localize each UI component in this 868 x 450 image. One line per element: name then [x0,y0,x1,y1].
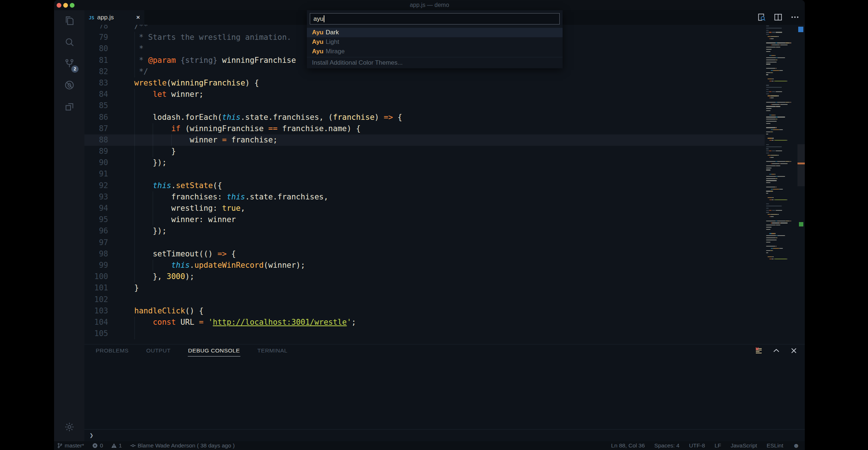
split-editor-icon[interactable] [773,12,783,22]
line-number[interactable]: 105 [84,328,116,339]
code-line-84[interactable]: 84 let winner; [84,89,765,100]
status-item-ln-88-col-36[interactable]: Ln 88, Col 36 [611,442,645,449]
quick-pick-item-ayu-dark[interactable]: AyuDark [307,28,563,37]
line-number[interactable]: 95 [84,214,116,225]
code-line-93[interactable]: 93 franchises: this.state.franchises, [84,191,765,203]
debug-console-input[interactable]: ❯ [84,429,805,441]
clear-console-icon[interactable] [754,346,763,355]
indent-guide [134,32,135,43]
gear-activity-button[interactable] [54,417,84,438]
line-number[interactable]: 80 [84,43,116,54]
item-label: Light [326,38,339,46]
debug-activity-button[interactable] [54,75,84,96]
extensions-activity-button[interactable] [54,96,84,118]
status-item-lf[interactable]: LF [715,442,721,449]
code-line-98[interactable]: 98 setTimeout(() => { [84,248,765,260]
code-line-88[interactable]: 88 winner = franchise; [84,134,765,146]
panel-tab-problems[interactable]: PROBLEMS [95,346,129,356]
scrollbar[interactable] [797,25,805,344]
quick-pick-item-ayu-light[interactable]: AyuLight [307,37,563,47]
status-item-blame-wade-anderson-38-days-ago[interactable]: Blame Wade Anderson ( 38 days ago ) [130,442,235,449]
code-line-92[interactable]: 92 this.setState({ [84,180,765,191]
line-number[interactable]: 93 [84,191,116,203]
match-highlight: Ayu [312,29,324,36]
line-number[interactable]: 89 [84,146,116,157]
indent-guide [134,123,135,134]
close-panel-icon[interactable] [789,346,798,355]
open-preview-icon[interactable] [757,12,766,22]
status-label: Blame Wade Anderson ( 38 days ago ) [138,442,235,449]
line-number[interactable]: 85 [84,100,116,111]
status-item-javascript[interactable]: JavaScript [731,442,757,449]
more-actions-icon[interactable] [790,12,800,22]
minimap[interactable] [765,26,797,267]
status-item-master[interactable]: master* [57,442,84,449]
code-line-102[interactable]: 102 [84,294,765,305]
line-number[interactable]: 104 [84,317,116,328]
line-number[interactable]: 86 [84,112,116,123]
status-item-utf-8[interactable]: UTF-8 [689,442,705,449]
quick-pick-input[interactable]: ayu [310,13,560,24]
panel-tab-debug-console[interactable]: DEBUG CONSOLE [188,346,240,356]
code-line-89[interactable]: 89 } [84,146,765,157]
status-item-0[interactable]: 0 [92,442,103,449]
line-number[interactable]: 78 [84,25,116,32]
line-number[interactable]: 99 [84,260,116,271]
tab-app-js[interactable]: JS app.js × [84,10,144,25]
code-line-97[interactable]: 97 [84,237,765,248]
line-number[interactable]: 91 [84,168,116,180]
status-item-spaces-4[interactable]: Spaces: 4 [654,442,679,449]
code-line-91[interactable]: 91 [84,168,765,180]
line-number[interactable]: 92 [84,180,116,191]
quick-pick-item-install-themes[interactable]: Install Additional Color Themes... [307,58,563,68]
status-item-eslint[interactable]: ESLint [766,442,783,449]
line-number[interactable]: 96 [84,225,116,237]
code-line-105[interactable]: 105 [84,328,765,339]
line-number[interactable]: 98 [84,248,116,260]
smiley-icon: ☻ [793,443,800,449]
line-number[interactable]: 88 [84,134,116,146]
source-control-activity-button[interactable]: 2 [54,53,84,75]
files-activity-button[interactable] [54,10,84,32]
line-number[interactable]: 87 [84,123,116,134]
code-line-94[interactable]: 94 wrestling: true, [84,203,765,214]
code-editor[interactable]: 78 /**79 * Starts the wrestling animatio… [84,25,805,344]
status-item-smiley-icon[interactable]: ☻ [793,443,800,449]
code-line-95[interactable]: 95 winner: winner [84,214,765,225]
line-number[interactable]: 100 [84,271,116,282]
code-line-90[interactable]: 90 }); [84,157,765,168]
indent-guide [153,123,153,134]
line-number[interactable]: 102 [84,294,116,305]
panel-tab-terminal[interactable]: TERMINAL [257,346,288,356]
quick-pick-item-ayu-mirage[interactable]: AyuMirage [307,47,563,56]
code-line-86[interactable]: 86 lodash.forEach(this.state.franchises,… [84,112,765,123]
panel-tab-output[interactable]: OUTPUT [146,346,171,356]
code-line-104[interactable]: 104 const URL = 'http://localhost:3001/w… [84,317,765,328]
code-line-101[interactable]: 101 } [84,282,765,294]
line-number[interactable]: 81 [84,55,116,66]
code-text: winner: winner [116,214,765,225]
line-number[interactable]: 94 [84,203,116,214]
code-line-96[interactable]: 96 }); [84,225,765,237]
line-number[interactable]: 82 [84,66,116,77]
code-text: }); [116,157,765,168]
extensions-icon [64,101,75,114]
search-activity-button[interactable] [54,32,84,53]
code-line-85[interactable]: 85 [84,100,765,111]
line-number[interactable]: 103 [84,305,116,317]
code-line-99[interactable]: 99 this.updateWinRecord(winner); [84,260,765,271]
maximize-panel-icon[interactable] [772,346,781,355]
status-item-1[interactable]: 1 [111,442,122,449]
line-number[interactable]: 79 [84,32,116,43]
line-number[interactable]: 97 [84,237,116,248]
line-number[interactable]: 101 [84,282,116,294]
scrollbar-slider[interactable] [797,144,805,186]
code-line-100[interactable]: 100 }, 3000); [84,271,765,282]
line-number[interactable]: 83 [84,77,116,89]
line-number[interactable]: 90 [84,157,116,168]
code-line-87[interactable]: 87 if (winningFranchise == franchise.nam… [84,123,765,134]
tab-close-icon[interactable]: × [136,14,140,21]
code-line-83[interactable]: 83 wrestle(winningFranchise) { [84,77,765,89]
code-line-103[interactable]: 103 handleClick() { [84,305,765,317]
line-number[interactable]: 84 [84,89,116,100]
